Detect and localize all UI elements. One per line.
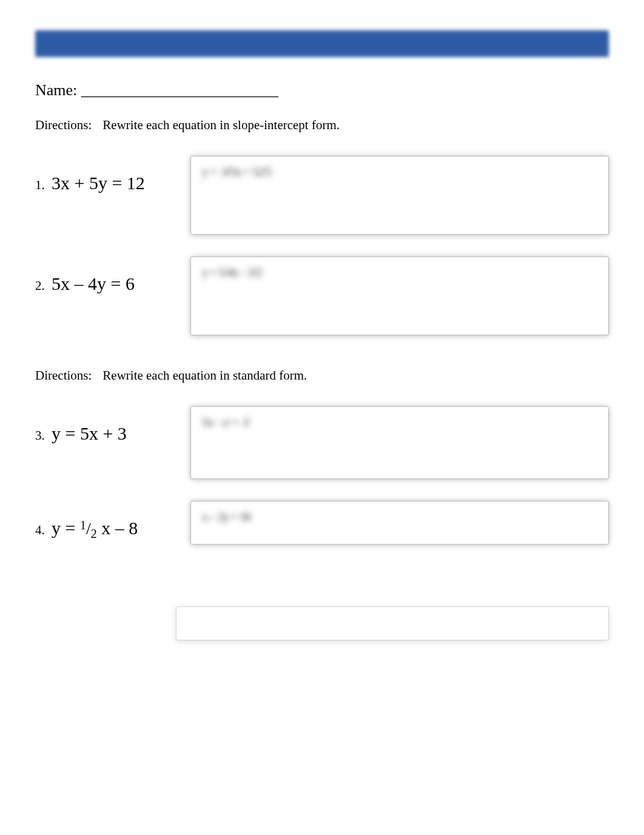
problem-2: 2. 5x – 4y = 6 y = 5/4x – 3/2 xyxy=(35,257,609,335)
problem-number: 2. xyxy=(35,278,45,293)
problem-number: 1. xyxy=(35,178,45,192)
directions-text: Rewrite each equation in slope-intercept… xyxy=(102,118,340,132)
problem-equation: y = 5x + 3 xyxy=(52,423,127,443)
problem-2-label: 2. 5x – 4y = 6 xyxy=(35,257,176,294)
directions-1: Directions:Rewrite each equation in slop… xyxy=(35,118,609,133)
problem-number: 3. xyxy=(35,428,45,443)
directions-2: Directions:Rewrite each equation in stan… xyxy=(35,368,609,383)
problem-number: 4. xyxy=(35,523,45,537)
fraction-denominator: 2 xyxy=(91,527,97,540)
name-field-line: Name: _________________________ xyxy=(35,81,609,99)
answer-box-4[interactable]: x – 2y = 16 xyxy=(190,501,609,545)
eq-prefix: y = xyxy=(52,518,80,538)
eq-suffix: x – 8 xyxy=(97,518,138,538)
answer-box-3[interactable]: 5x – y = -3 xyxy=(190,406,609,479)
fraction-numerator: 1 xyxy=(80,518,86,532)
problem-equation: y = 1/2 x – 8 xyxy=(52,518,138,538)
blurred-answer: y = 5/4x – 3/2 xyxy=(202,266,597,280)
fraction-slash: / xyxy=(86,519,91,538)
answer-box-fragment xyxy=(176,606,609,640)
name-blank[interactable]: _________________________ xyxy=(81,81,278,99)
problem-4: 4. y = 1/2 x – 8 x – 2y = 16 xyxy=(35,501,609,545)
problem-1: 1. 3x + 5y = 12 y = -3/5x + 12/5 xyxy=(35,156,609,235)
blurred-answer: 5x – y = -3 xyxy=(202,415,597,429)
problem-4-label: 4. y = 1/2 x – 8 xyxy=(35,501,176,538)
directions-label: Directions: xyxy=(35,368,92,383)
fraction: 1/2 xyxy=(80,518,97,538)
directions-text: Rewrite each equation in standard form. xyxy=(102,368,307,383)
problem-1-label: 1. 3x + 5y = 12 xyxy=(35,156,176,193)
problem-equation: 3x + 5y = 12 xyxy=(52,173,145,193)
worksheet-page: Name: _________________________ Directio… xyxy=(0,0,644,545)
problem-3-label: 3. y = 5x + 3 xyxy=(35,406,176,444)
problem-3: 3. y = 5x + 3 5x – y = -3 xyxy=(35,406,609,479)
answer-box-2[interactable]: y = 5/4x – 3/2 xyxy=(190,257,609,335)
answer-box-1[interactable]: y = -3/5x + 12/5 xyxy=(190,156,609,235)
blurred-answer: x – 2y = 16 xyxy=(202,510,597,524)
directions-label: Directions: xyxy=(35,118,92,132)
blurred-answer: y = -3/5x + 12/5 xyxy=(202,165,597,179)
header-bar xyxy=(35,30,609,57)
name-label: Name: xyxy=(35,81,77,99)
problem-equation: 5x – 4y = 6 xyxy=(52,273,135,293)
